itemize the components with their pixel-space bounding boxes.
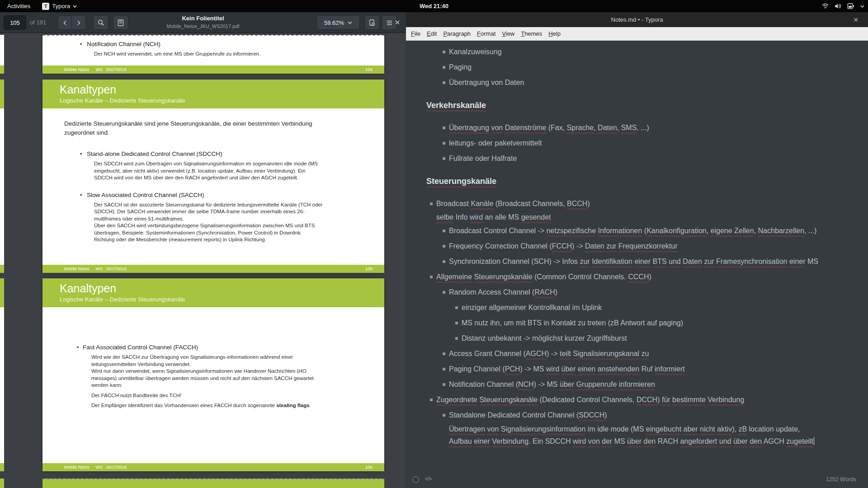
search-button[interactable]	[93, 15, 108, 30]
chevron-down-icon	[860, 5, 864, 8]
outline-toggle-icon[interactable]	[412, 476, 419, 483]
close-icon: ✕	[853, 16, 859, 23]
markdown-heading[interactable]: Steuerungskanäle	[406, 174, 868, 189]
menu-item-file[interactable]: File	[408, 30, 424, 37]
markdown-editor[interactable]: KanalzuweisungPagingÜbertragung von Date…	[406, 41, 868, 473]
markdown-line[interactable]: Standalone Dedicated Control Channel (SD…	[406, 408, 868, 423]
chevron-right-icon	[77, 20, 80, 25]
wifi-icon	[822, 3, 829, 9]
typora-window-title: Notes.md • - Typora	[611, 12, 663, 27]
source-code-mode-toggle[interactable]: </>	[425, 476, 431, 482]
markdown-line[interactable]: Access Grant Channel (AGCH) -> teilt Sig…	[406, 346, 868, 361]
markdown-line[interactable]: Paging	[406, 60, 868, 75]
slide-footer-course: Mobile Netze	[64, 266, 89, 271]
slide-footer-course: Mobile Netze	[64, 67, 89, 72]
slide-subtitle: Logische Kanäle – Dedizierte Steuerungsk…	[60, 97, 384, 104]
markdown-line[interactable]: leitungs- oder paketvermittelt	[406, 136, 868, 151]
menu-item-format[interactable]: Format	[474, 30, 499, 37]
side-pane-icon	[118, 19, 124, 26]
list-bullet-icon	[430, 202, 433, 205]
markdown-line[interactable]: Frequency Correction Channel (FCCH) -> D…	[406, 239, 868, 254]
previous-page-button[interactable]	[58, 15, 72, 30]
slide-footer: Mobile NetzeWS2017/2018 104	[42, 66, 384, 74]
slide-footer-year: 2017/2018	[106, 465, 127, 469]
slide-page-number: 106	[365, 463, 373, 471]
list-bullet-icon	[455, 322, 458, 324]
app-menu-button[interactable]: T Typora	[42, 3, 77, 10]
markdown-line[interactable]: Aufbau einer Verbindung. Ein SDCCH wird …	[406, 435, 868, 447]
slide-footer: Mobile NetzeWS2017/2018 105	[42, 265, 384, 273]
chevron-down-icon	[73, 5, 77, 8]
markdown-heading[interactable]: Verkehrskanäle	[406, 98, 868, 113]
list-bullet-icon	[455, 337, 458, 340]
page-number-input[interactable]	[4, 15, 26, 30]
gnome-top-bar: Activities T Typora Wed 21:40	[0, 0, 868, 12]
left-page-edge	[0, 479, 4, 488]
markdown-line[interactable]: Synchronization Channel (SCH) -> Infos z…	[406, 254, 868, 269]
slide-paragraph: Dedizierte Steuerungskanäle sind jene St…	[42, 119, 384, 137]
side-pane-button[interactable]	[113, 15, 128, 30]
slide-footer-year: 2017/2018	[106, 266, 127, 271]
slide-bullet: •Notification Channel (NCH)	[42, 40, 384, 48]
markdown-line[interactable]: Übertragung von Daten	[406, 75, 868, 90]
list-bullet-icon	[443, 51, 445, 53]
slide-bullet: •Stand-alone Dedicated Control Channel (…	[42, 150, 384, 158]
pdf-page-107-edge	[42, 479, 384, 488]
page-preview-button[interactable]	[364, 15, 380, 30]
slide-paragraph: Der NCH wird verwendet, um eine MS über …	[42, 51, 384, 58]
system-tray[interactable]	[822, 0, 864, 12]
markdown-line[interactable]: Random Access Channel (RACH)	[406, 285, 868, 300]
list-bullet-icon	[443, 230, 445, 232]
slide-bullet: •Slow Associated Control Channel (SACCH)	[42, 191, 384, 199]
list-bullet-icon	[443, 157, 445, 160]
typora-app-icon: T	[42, 3, 49, 10]
markdown-line[interactable]: einziger allgemeiner Kontrollkanal im Up…	[406, 300, 868, 315]
menu-item-help[interactable]: Help	[545, 30, 564, 37]
markdown-line[interactable]: Übertragen von Signalisierungsinformatio…	[406, 423, 868, 435]
pdf-close-button[interactable]: ✕	[391, 15, 404, 30]
pdf-toolbar: of 191 Kein Folientitel Mobile_Netze_JKU…	[0, 12, 406, 33]
slide-paragraph: Der FACCH nutzt Bandbreite des TCH!	[42, 392, 384, 399]
document-title: Kein Folientitel	[140, 14, 266, 23]
page-preview-icon	[369, 19, 375, 26]
list-bullet-icon	[430, 399, 433, 401]
slide-paragraph: Wird wie der SACCH zur Übertragung von S…	[42, 354, 384, 389]
markdown-line[interactable]: Broadcast Kanäle (Broadcast Channels, BC…	[406, 196, 868, 211]
clock[interactable]: Wed 21:40	[420, 3, 448, 9]
activities-button[interactable]: Activities	[5, 3, 32, 9]
markdown-line[interactable]: selbe Info wird an alle MS gesendet	[406, 211, 868, 223]
pdf-page-106: Kanaltypen Logische Kanäle – Dedizierte …	[42, 278, 384, 471]
markdown-line[interactable]: Kanalzuweisung	[406, 44, 868, 60]
zoom-level-dropdown[interactable]: 59.62%	[316, 15, 360, 30]
pdf-page-104: •Notification Channel (NCH)Der NCH wird …	[42, 35, 384, 74]
markdown-line[interactable]: Fullrate oder Halfrate	[406, 151, 868, 166]
pdf-canvas[interactable]: •Notification Channel (NCH)Der NCH wird …	[0, 33, 406, 488]
menu-item-edit[interactable]: Edit	[424, 30, 440, 37]
next-page-button[interactable]	[72, 15, 86, 30]
search-icon	[98, 19, 104, 26]
list-bullet-icon	[443, 368, 445, 371]
menu-item-paragraph[interactable]: Paragraph	[440, 30, 474, 37]
typora-menu-bar: FileEditParagraphFormatViewThemesHelp	[406, 27, 868, 41]
list-bullet-icon	[443, 291, 445, 294]
left-page-edge	[0, 80, 4, 273]
pdf-viewer-window: of 191 Kein Folientitel Mobile_Netze_JKU…	[0, 12, 406, 488]
typora-close-button[interactable]: ✕	[850, 12, 862, 27]
markdown-line[interactable]: Zugeordnete Steuerungskanäle (Dedicated …	[406, 392, 868, 408]
markdown-line[interactable]: MS nutz ihn, um mit BTS in Kontakt zu tr…	[406, 315, 868, 331]
markdown-line[interactable]: Broadcast Control Channel -> netzspezifi…	[406, 223, 868, 239]
markdown-line[interactable]: Übertragung von Datenströme (Fax, Sprach…	[406, 120, 868, 136]
menu-item-view[interactable]: View	[499, 30, 518, 37]
markdown-line[interactable]: Notification Channel (NCH) -> MS über Gr…	[406, 377, 868, 392]
menu-item-themes[interactable]: Themes	[518, 30, 545, 37]
slide-footer-course: Mobile Netze	[64, 465, 89, 469]
markdown-line[interactable]: Allgemeine Steuerungskanäle (Common Cont…	[406, 269, 868, 285]
markdown-line[interactable]: Paging Channel (PCH) -> MS wird über ein…	[406, 361, 868, 377]
zoom-level-value: 59.62%	[324, 19, 344, 26]
markdown-line[interactable]: Distanz unbekannt -> möglichst kurzer Zu…	[406, 331, 868, 346]
list-bullet-icon	[455, 306, 458, 309]
desktop: Activities T Typora Wed 21:40 of 191	[0, 0, 868, 488]
slide-header: Kanaltypen Logische Kanäle – Dedizierte …	[42, 278, 384, 307]
slide-footer-ws: WS	[95, 67, 102, 72]
slide-footer-ws: WS	[95, 465, 102, 469]
